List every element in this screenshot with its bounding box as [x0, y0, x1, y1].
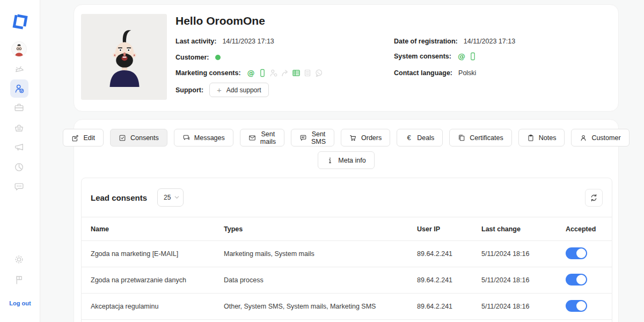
column-header-types: Types — [224, 225, 417, 233]
tab-label: Deals — [417, 134, 434, 142]
sms-bubble-icon — [299, 134, 307, 142]
table-icon — [292, 69, 301, 77]
accepted-toggle[interactable] — [566, 247, 587, 259]
consent-name: Zgoda na przetwarzanie danych — [91, 276, 224, 284]
consent-last-change: 5/11/2024 18:16 — [481, 303, 566, 310]
tabs-row: Edit Consents Messages Sent mails Sent S… — [74, 120, 618, 147]
copy-icon — [458, 134, 465, 142]
chat-bubbles-icon — [182, 134, 190, 142]
consent-last-change: 5/11/2024 18:16 — [481, 276, 566, 284]
contact-language-label: Contact language: — [394, 69, 452, 77]
tab-deals[interactable]: € Deals — [397, 129, 443, 147]
column-header-last-change: Last change — [481, 225, 566, 233]
consent-name: Zgoda na marketing [E-MAIL] — [91, 250, 224, 258]
megaphone-icon[interactable] — [13, 142, 25, 153]
consent-types: Data process — [224, 276, 417, 284]
logout-link[interactable]: Log out — [0, 300, 40, 306]
dashboard-icon[interactable] — [13, 63, 25, 74]
sidebar: Log out — [0, 0, 40, 322]
tab-sent-sms[interactable]: Sent SMS — [291, 129, 334, 147]
email-at-icon: @ — [457, 52, 466, 61]
tab-edit[interactable]: Edit — [63, 129, 104, 147]
add-support-label: Add support — [226, 86, 261, 94]
page-title: Hello OroomOne — [175, 14, 265, 27]
page-size-value: 25 — [164, 194, 171, 201]
person-settings-icon — [269, 69, 278, 77]
column-header-user-ip: User IP — [417, 225, 481, 233]
panel-title: Lead consents — [91, 193, 147, 202]
settings-icon[interactable] — [13, 254, 25, 265]
leads-icon[interactable] — [10, 79, 28, 98]
panel-header: Lead consents 25 — [82, 178, 612, 217]
refresh-icon — [590, 194, 598, 202]
tab-label: Edit — [83, 134, 95, 142]
basket-icon[interactable] — [13, 122, 25, 134]
info-icon — [326, 157, 334, 164]
app-logo-icon[interactable] — [9, 11, 31, 33]
tab-label: Consents — [130, 134, 159, 142]
tab-consents[interactable]: Consents — [110, 129, 167, 147]
last-activity-label: Last activity: — [175, 38, 216, 45]
email-at-icon: @ — [247, 69, 255, 77]
plus-icon: + — [217, 86, 222, 94]
lead-consents-panel: Lead consents 25 Name Types User IP La — [81, 178, 612, 322]
envelope-icon — [248, 134, 256, 142]
consent-types: Other, System SMS, System mails, Marketi… — [224, 303, 417, 310]
profile-card: Hello OroomOne Last activity: 14/11/2023… — [74, 4, 619, 112]
support-label: Support: — [175, 86, 203, 94]
page-size-select[interactable]: 25 — [157, 188, 184, 207]
table-row: Zgoda na przetwarzanie danych Data proce… — [82, 267, 612, 293]
system-consents-label: System consents: — [394, 53, 451, 60]
clipboard-icon — [527, 134, 535, 142]
chat-icon[interactable] — [13, 181, 25, 193]
column-header-name: Name — [91, 225, 224, 233]
contact-language-value: Polski — [458, 69, 476, 77]
table-header-row: Name Types User IP Last change Accepted — [82, 217, 612, 240]
clock-icon[interactable] — [13, 162, 25, 173]
tab-notes[interactable]: Notes — [518, 129, 565, 147]
column-header-accepted: Accepted — [566, 225, 603, 233]
marketing-consents-label: Marketing consents: — [175, 69, 241, 77]
whatsapp-icon — [314, 69, 323, 77]
accepted-toggle[interactable] — [566, 274, 587, 286]
edit-icon — [71, 134, 79, 142]
customer-status-dot — [215, 55, 221, 60]
sidebar-user-avatar[interactable] — [11, 41, 27, 57]
tab-label: Customer — [591, 134, 620, 142]
chevron-down-icon — [174, 193, 180, 202]
tab-messages[interactable]: Messages — [174, 129, 233, 147]
flag-icon[interactable] — [13, 274, 25, 286]
lead-detail-card: Edit Consents Messages Sent mails Sent S… — [74, 119, 619, 322]
customer-label: Customer: — [175, 54, 209, 61]
euro-icon: € — [405, 134, 413, 142]
table-row: Akceptacja regulaminu Other, System SMS,… — [82, 293, 612, 319]
refresh-button[interactable] — [585, 189, 603, 207]
tab-orders[interactable]: Orders — [341, 129, 390, 147]
consent-name: Akceptacja regulaminu — [91, 303, 224, 310]
tab-meta-info[interactable]: Meta info — [318, 151, 374, 169]
marketing-consents-icons: @ — [247, 69, 323, 77]
briefcase-icon[interactable] — [13, 102, 25, 113]
accepted-toggle[interactable] — [566, 300, 587, 312]
tab-sent-mails[interactable]: Sent mails — [240, 129, 284, 147]
tab-certificates[interactable]: Certificates — [449, 129, 512, 147]
tab-label: Orders — [361, 134, 382, 142]
toggle-knob — [576, 248, 586, 258]
person-icon — [580, 134, 587, 142]
consent-user-ip: 89.64.2.241 — [417, 250, 481, 258]
tab-label: Certificates — [470, 134, 503, 142]
mobile-icon — [258, 69, 267, 77]
tab-label: Notes — [539, 134, 557, 142]
consent-last-change: 5/11/2024 18:16 — [481, 250, 566, 258]
checkbox-icon — [119, 134, 126, 142]
add-support-button[interactable]: + Add support — [209, 83, 268, 97]
registration-label: Date of registration: — [394, 38, 458, 45]
consent-types: Marketing mails, System mails — [224, 250, 417, 258]
system-consents-icons: @ — [457, 52, 477, 61]
tab-label: Meta info — [338, 157, 365, 164]
tab-customer[interactable]: Customer — [571, 129, 629, 147]
consent-user-ip: 89.64.2.241 — [417, 276, 481, 284]
cart-icon — [349, 134, 357, 142]
profile-photo — [81, 14, 167, 100]
last-activity-value: 14/11/2023 17:13 — [222, 38, 274, 45]
